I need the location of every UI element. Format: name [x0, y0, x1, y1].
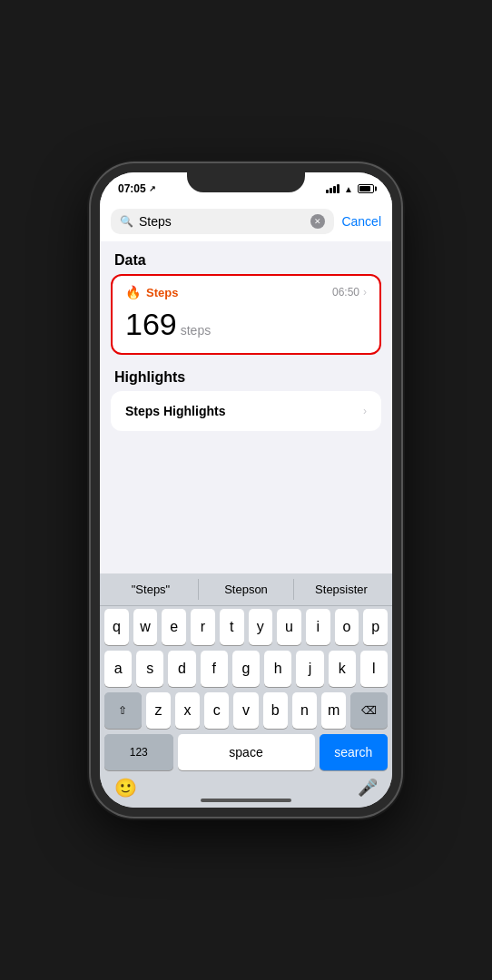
autocomplete-label-0: "Steps": [132, 583, 170, 596]
autocomplete-steps-quoted[interactable]: "Steps": [103, 579, 199, 600]
highlights-chevron-right-icon: ›: [363, 405, 367, 417]
key-p[interactable]: p: [363, 609, 388, 645]
key-m[interactable]: m: [321, 692, 346, 729]
signal-bar-4: [337, 184, 339, 193]
battery-icon: [358, 184, 374, 193]
wifi-icon: ▲: [344, 184, 353, 194]
key-w[interactable]: w: [133, 609, 158, 645]
key-f[interactable]: f: [201, 651, 228, 687]
signal-bar-1: [326, 190, 329, 193]
key-l[interactable]: l: [360, 651, 388, 687]
delete-key[interactable]: ⌫: [350, 692, 388, 729]
time-display: 07:05: [118, 182, 146, 195]
key-q[interactable]: q: [104, 609, 129, 645]
keyboard-row-1: q w e r t y u i o p: [100, 606, 392, 648]
emoji-key[interactable]: 🙂: [114, 777, 137, 799]
highlights-item[interactable]: Steps Highlights ›: [111, 391, 381, 431]
key-n[interactable]: n: [292, 692, 317, 729]
location-arrow-icon: ↗: [149, 184, 156, 193]
key-a[interactable]: a: [104, 651, 132, 687]
flame-icon: 🔥: [125, 285, 141, 299]
key-c[interactable]: c: [204, 692, 229, 729]
keyboard-row-4: 123 space search: [100, 731, 392, 773]
key-v[interactable]: v: [233, 692, 258, 729]
phone-frame: 07:05 ↗ ▲ 🔍 Steps ✕: [91, 163, 401, 817]
signal-bar-3: [333, 186, 336, 193]
key-e[interactable]: e: [162, 609, 186, 645]
highlights-section-header: Highlights: [100, 358, 392, 391]
status-icons: ▲: [326, 184, 374, 194]
microphone-key[interactable]: 🎤: [358, 778, 378, 798]
key-y[interactable]: y: [249, 609, 273, 645]
battery-fill: [359, 186, 370, 191]
key-t[interactable]: t: [220, 609, 244, 645]
shift-key[interactable]: ⇧: [104, 692, 142, 729]
search-input[interactable]: Steps: [139, 214, 305, 229]
keyboard-row-3: ⇧ z x c v b n m ⌫: [100, 690, 392, 731]
steps-unit: steps: [181, 323, 211, 338]
highlights-card[interactable]: Steps Highlights ›: [111, 391, 381, 431]
notch: [187, 172, 305, 192]
data-card-title: 🔥 Steps: [125, 285, 178, 299]
search-key[interactable]: search: [320, 734, 389, 770]
keyboard-bottom-row: 🙂 🎤: [100, 773, 392, 800]
keyboard-row-2: a s d f g h j k l: [100, 648, 392, 690]
search-clear-button[interactable]: ✕: [310, 214, 325, 229]
autocomplete-label-1: Stepson: [224, 583, 268, 596]
key-h[interactable]: h: [264, 651, 291, 687]
signal-bar-2: [330, 188, 332, 193]
key-r[interactable]: r: [191, 609, 215, 645]
signal-bars: [326, 184, 339, 193]
space-key[interactable]: space: [178, 734, 315, 770]
status-time: 07:05 ↗: [118, 182, 156, 195]
steps-data-card[interactable]: 🔥 Steps 06:50 › 169 steps: [111, 274, 381, 355]
autocomplete-row: "Steps" Stepson Stepsister: [100, 573, 392, 606]
data-card-meta: 06:50 ›: [332, 286, 367, 299]
key-g[interactable]: g: [232, 651, 260, 687]
key-i[interactable]: i: [306, 609, 330, 645]
home-bar: [201, 799, 291, 802]
key-d[interactable]: d: [168, 651, 195, 687]
key-x[interactable]: x: [175, 692, 200, 729]
steps-count: 169: [125, 307, 177, 342]
autocomplete-stepsister[interactable]: Stepsister: [294, 579, 389, 600]
key-s[interactable]: s: [136, 651, 163, 687]
key-j[interactable]: j: [296, 651, 323, 687]
content-area: Data 🔥 Steps 06:50 › 169 steps: [100, 241, 392, 431]
key-u[interactable]: u: [277, 609, 301, 645]
data-card-header: 🔥 Steps 06:50 ›: [113, 276, 379, 305]
search-icon: 🔍: [120, 215, 133, 228]
search-field[interactable]: 🔍 Steps ✕: [111, 209, 334, 234]
key-z[interactable]: z: [146, 692, 171, 729]
key-b[interactable]: b: [263, 692, 288, 729]
search-bar-container: 🔍 Steps ✕ Cancel: [100, 201, 392, 241]
cancel-button[interactable]: Cancel: [341, 214, 381, 229]
keyboard-area: "Steps" Stepson Stepsister q w e r t y u…: [100, 573, 392, 808]
data-section-header: Data: [100, 241, 392, 274]
phone-screen: 07:05 ↗ ▲ 🔍 Steps ✕: [100, 172, 392, 808]
autocomplete-stepson[interactable]: Stepson: [199, 579, 294, 600]
autocomplete-label-2: Stepsister: [315, 583, 368, 596]
chevron-right-icon: ›: [363, 286, 367, 299]
key-o[interactable]: o: [335, 609, 359, 645]
data-card-time: 06:50: [332, 286, 359, 299]
data-card-value: 169 steps: [113, 305, 379, 353]
numbers-key[interactable]: 123: [104, 734, 173, 770]
key-k[interactable]: k: [329, 651, 356, 687]
steps-highlights-label: Steps Highlights: [125, 404, 225, 418]
steps-label: Steps: [146, 286, 178, 299]
